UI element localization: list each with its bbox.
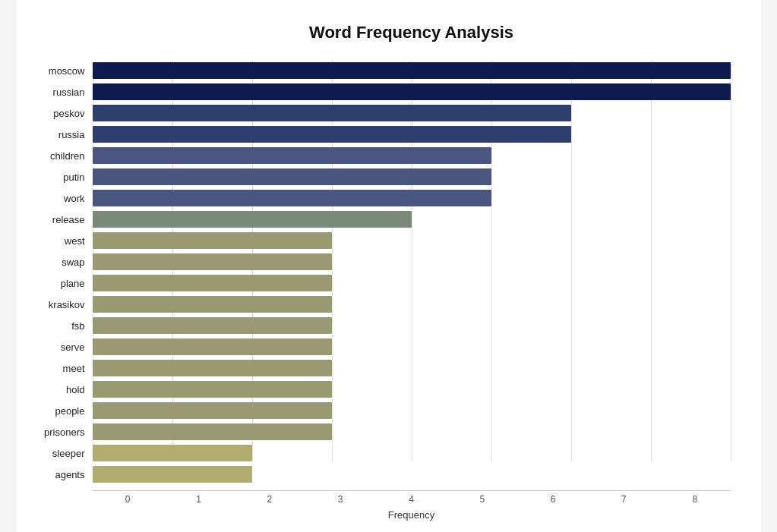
bar-track [93, 381, 731, 398]
bar-fill [93, 62, 731, 79]
bar-label: prisoners [24, 427, 93, 438]
bar-label: work [24, 193, 93, 204]
chart-title: Word Frequency Analysis [93, 23, 731, 42]
x-tick: 7 [589, 491, 659, 505]
x-axis-label: Frequency [93, 509, 731, 521]
bar-row: people [93, 401, 731, 420]
chart-area: moscowrussianpeskovrussiachildrenputinwo… [93, 61, 731, 505]
bar-track [93, 296, 731, 313]
bar-row: serve [93, 337, 731, 357]
bar-track [93, 253, 731, 270]
bar-row: sleeper [93, 443, 731, 463]
bar-label: people [24, 405, 93, 417]
bar-label: serve [24, 342, 93, 353]
bar-fill [93, 105, 571, 121]
bar-row: fsb [93, 316, 731, 335]
bar-label: plane [24, 278, 93, 289]
bar-row: release [93, 209, 731, 229]
bar-track [93, 338, 731, 355]
bar-label: russian [24, 87, 93, 98]
bar-track [93, 360, 731, 376]
bar-label: putin [24, 172, 93, 183]
bar-track [93, 466, 731, 483]
bar-fill [93, 168, 491, 185]
bar-row: putin [93, 167, 731, 187]
bar-fill [93, 423, 332, 440]
bar-row: work [93, 188, 731, 208]
x-tick: 4 [376, 491, 447, 505]
x-tick: 1 [163, 491, 234, 505]
bar-row: agents [93, 464, 731, 484]
bar-label: release [24, 214, 93, 225]
bar-label: sleeper [24, 448, 93, 459]
bar-row: meet [93, 358, 731, 378]
bar-fill [93, 402, 332, 419]
bar-track [93, 402, 731, 419]
bar-label: west [24, 235, 93, 247]
bar-fill [93, 296, 332, 313]
bar-fill [93, 360, 332, 376]
chart-container: Word Frequency Analysis moscowrussianpes… [17, 0, 761, 532]
x-tick: 6 [517, 491, 588, 505]
bar-track [93, 211, 731, 228]
bar-row: russian [93, 82, 731, 102]
bar-row: moscow [93, 61, 731, 80]
bar-label: swap [24, 257, 93, 268]
bar-fill [93, 317, 332, 334]
bar-track [93, 232, 731, 249]
bar-label: children [24, 150, 93, 162]
bar-fill [93, 381, 332, 398]
bar-fill [93, 211, 412, 228]
bar-label: hold [24, 384, 93, 395]
bar-fill [93, 445, 252, 461]
bar-row: peskov [93, 103, 731, 123]
bar-fill [93, 466, 252, 483]
bar-track [93, 105, 731, 121]
x-tick: 0 [93, 491, 163, 505]
bar-row: russia [93, 124, 731, 144]
x-tick: 2 [234, 491, 305, 505]
bar-track [93, 168, 731, 185]
bar-label: agents [24, 469, 93, 480]
bar-track [93, 190, 731, 206]
bar-fill [93, 126, 571, 143]
bar-fill [93, 338, 332, 355]
bar-track [93, 423, 731, 440]
bar-track [93, 275, 731, 291]
bar-row: krasikov [93, 294, 731, 314]
x-tick: 8 [659, 491, 730, 505]
bar-track [93, 83, 731, 100]
bar-row: plane [93, 273, 731, 293]
bar-row: children [93, 146, 731, 165]
bar-row: swap [93, 252, 731, 272]
x-tick: 5 [447, 491, 517, 505]
bar-label: peskov [24, 108, 93, 119]
bar-track [93, 147, 731, 164]
bar-label: meet [24, 363, 93, 374]
bar-label: moscow [24, 65, 93, 77]
x-tick: 3 [305, 491, 375, 505]
grid-line [731, 61, 731, 461]
bar-fill [93, 253, 332, 270]
bar-fill [93, 190, 491, 206]
bar-track [93, 445, 731, 461]
bar-label: fsb [24, 320, 93, 332]
bar-fill [93, 275, 332, 291]
bar-row: prisoners [93, 422, 731, 442]
bar-fill [93, 147, 491, 164]
bar-row: west [93, 231, 731, 250]
x-axis: 012345678 [93, 490, 731, 505]
bar-label: russia [24, 129, 93, 140]
bar-label: krasikov [24, 299, 93, 310]
bar-track [93, 317, 731, 334]
bar-track [93, 62, 731, 79]
bar-row: hold [93, 379, 731, 399]
bar-fill [93, 232, 332, 249]
bar-fill [93, 83, 731, 100]
bar-track [93, 126, 731, 143]
